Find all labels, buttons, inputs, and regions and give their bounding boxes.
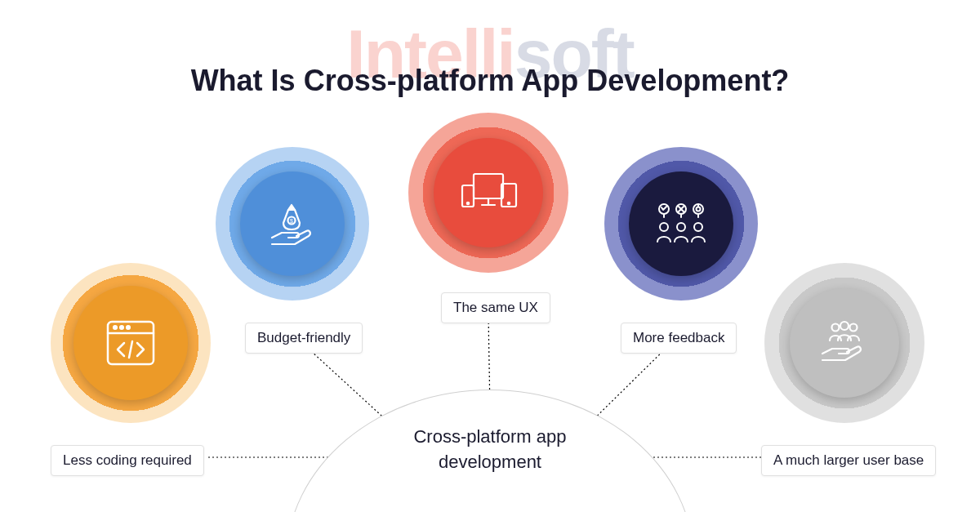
circle-bg [604, 147, 758, 301]
money-hand-icon: $ [267, 198, 318, 249]
label-budget: Budget-friendly [245, 323, 363, 354]
devices-icon [457, 169, 519, 216]
svg-line-5 [129, 341, 132, 358]
svg-point-23 [832, 324, 840, 332]
circle-inner [790, 288, 899, 398]
code-window-icon [105, 318, 157, 367]
people-feedback-icon [653, 199, 710, 248]
svg-point-20 [660, 223, 668, 231]
svg-point-21 [677, 223, 685, 231]
hub-label: Cross-platform appdevelopment [287, 425, 693, 475]
center-hub: Cross-platform appdevelopment [286, 390, 694, 512]
svg-point-25 [850, 324, 858, 332]
circle-inner [74, 286, 188, 400]
node-user-base [764, 263, 924, 423]
label-user-base: A much larger user base [761, 445, 936, 476]
label-less-coding: Less coding required [51, 445, 204, 476]
node-same-ux [408, 113, 568, 273]
svg-point-22 [694, 223, 702, 231]
svg-rect-8 [474, 174, 503, 198]
circle-bg [764, 263, 924, 423]
node-budget: $ [216, 147, 369, 301]
circle-bg [51, 263, 211, 423]
circle-bg: $ [216, 147, 369, 301]
svg-point-4 [127, 326, 130, 329]
svg-point-14 [508, 203, 510, 204]
node-feedback [604, 147, 758, 301]
svg-point-18 [697, 207, 701, 211]
label-feedback: More feedback [621, 323, 737, 354]
svg-point-2 [114, 326, 117, 329]
svg-text:$: $ [290, 218, 293, 224]
circle-bg [408, 113, 568, 273]
users-hand-icon [817, 318, 871, 368]
svg-point-24 [840, 322, 849, 330]
circle-inner [434, 138, 543, 247]
circle-inner: $ [240, 171, 345, 276]
node-less-coding [51, 263, 211, 423]
circle-inner [629, 171, 733, 276]
svg-point-3 [120, 326, 123, 329]
page-title: What Is Cross-platform App Development? [191, 64, 790, 98]
label-same-ux: The same UX [441, 292, 550, 323]
svg-point-12 [467, 203, 469, 204]
